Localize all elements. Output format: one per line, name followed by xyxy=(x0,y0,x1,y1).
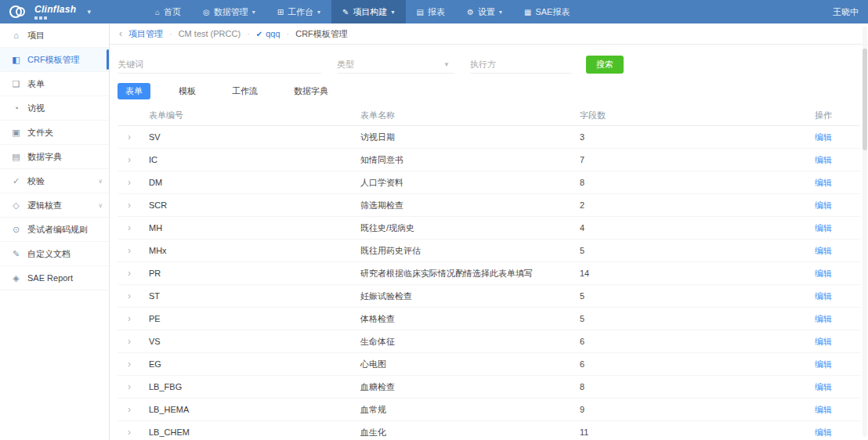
tab-工作流[interactable]: 工作流 xyxy=(224,83,266,99)
sidebar-item-label: SAE Report xyxy=(27,273,73,283)
nav-item-首页[interactable]: ⌂首页 xyxy=(144,0,192,23)
breadcrumb-separator: · xyxy=(287,29,290,38)
edit-link[interactable]: 编辑 xyxy=(807,381,860,393)
nav-item-设置[interactable]: ⚙设置▾ xyxy=(456,0,513,23)
row-expand-caret-icon[interactable]: › xyxy=(118,222,141,233)
edit-link[interactable]: 编辑 xyxy=(807,132,860,143)
type-select[interactable]: 类型 ▼ xyxy=(337,56,454,74)
nav-item-报表[interactable]: ▤报表 xyxy=(406,0,456,23)
form-code: IC xyxy=(141,155,353,164)
edit-link[interactable]: 编辑 xyxy=(807,154,860,166)
nav-item-label: 项目构建 xyxy=(353,6,388,18)
edit-link[interactable]: 编辑 xyxy=(807,404,860,416)
form-code: PR xyxy=(141,269,353,278)
breadcrumb-item-qqq[interactable]: ✔qqq xyxy=(256,29,280,38)
row-expand-caret-icon[interactable]: › xyxy=(118,245,141,256)
row-expand-caret-icon[interactable]: › xyxy=(118,290,141,301)
form-name: 既往史/现病史 xyxy=(353,222,572,234)
table-row: ›ST妊娠试验检查5编辑 xyxy=(118,285,860,308)
row-expand-caret-icon[interactable]: › xyxy=(118,336,141,347)
nav-item-label: 报表 xyxy=(428,6,445,18)
edit-link[interactable]: 编辑 xyxy=(807,427,860,438)
field-count: 5 xyxy=(572,246,807,255)
form-name: 生命体征 xyxy=(353,336,572,348)
sidebar-item-label: CRF模板管理 xyxy=(27,54,80,66)
brand-name: Clinflash xyxy=(34,4,76,15)
edit-link[interactable]: 编辑 xyxy=(807,245,860,257)
project-build-icon: ✎ xyxy=(342,8,349,16)
edit-link[interactable]: 编辑 xyxy=(807,177,860,189)
field-count: 5 xyxy=(572,314,807,323)
edit-link[interactable]: 编辑 xyxy=(807,268,860,280)
chevron-down-icon: ∨ xyxy=(98,202,103,209)
tab-模板[interactable]: 模板 xyxy=(171,83,204,99)
keyword-input[interactable] xyxy=(118,56,321,74)
user-menu[interactable]: 王晓中 xyxy=(833,6,859,18)
sidebar-item-表单[interactable]: ❏表单 xyxy=(0,72,109,96)
nav-item-label: 设置 xyxy=(478,6,495,18)
edit-link[interactable]: 编辑 xyxy=(807,336,860,348)
breadcrumb-back-icon[interactable]: ‹ xyxy=(119,28,122,39)
tabs-bar: 表单模板工作流数据字典 xyxy=(110,81,868,106)
project-icon: ⌂ xyxy=(11,31,21,40)
crf-template-icon: ◧ xyxy=(11,55,21,65)
sidebar-item-受试者编码规则[interactable]: ⊙受试者编码规则 xyxy=(0,218,109,242)
top-navbar: Clinflash ▾ ⌂首页◎数据管理▾⊞工作台▾✎项目构建▾▤报表⚙设置▾▦… xyxy=(0,0,868,23)
edit-link[interactable]: 编辑 xyxy=(807,359,860,370)
breadcrumb-item-CRF模板管理: CRF模板管理 xyxy=(295,28,348,40)
row-expand-caret-icon[interactable]: › xyxy=(118,359,141,370)
breadcrumb-label: qqq xyxy=(266,29,280,38)
form-name: 血糖检查 xyxy=(353,381,572,393)
edit-link[interactable]: 编辑 xyxy=(807,222,860,234)
sidebar-item-校验[interactable]: ✓校验∨ xyxy=(0,169,109,193)
row-expand-caret-icon[interactable]: › xyxy=(118,200,141,211)
row-expand-caret-icon[interactable]: › xyxy=(118,154,141,165)
chevron-down-icon: ▾ xyxy=(392,9,395,16)
sidebar-item-label: 数据字典 xyxy=(27,151,62,163)
tab-表单[interactable]: 表单 xyxy=(118,83,150,99)
form-code: PE xyxy=(141,314,353,323)
row-expand-caret-icon[interactable]: › xyxy=(118,381,141,392)
scrollbar-thumb[interactable] xyxy=(863,49,867,150)
breadcrumb-item-项目管理[interactable]: 项目管理 xyxy=(128,28,163,40)
sidebar-item-SAE Report[interactable]: ◈SAE Report xyxy=(0,266,109,290)
breadcrumb: ‹ 项目管理·CM test (PRCC)·✔qqq·CRF模板管理 xyxy=(110,23,868,45)
sidebar-item-数据字典[interactable]: ▤数据字典 xyxy=(0,145,109,169)
nav-item-项目构建[interactable]: ✎项目构建▾ xyxy=(331,0,405,23)
nav-item-label: 数据管理 xyxy=(214,6,248,18)
sidebar-item-逻辑核查[interactable]: ◇逻辑核查∨ xyxy=(0,193,109,218)
sidebar-item-label: 逻辑核查 xyxy=(27,200,62,211)
edit-link[interactable]: 编辑 xyxy=(807,200,860,211)
tab-数据字典[interactable]: 数据字典 xyxy=(286,83,336,99)
row-expand-caret-icon[interactable]: › xyxy=(118,427,141,438)
navbar-menu: ⌂首页◎数据管理▾⊞工作台▾✎项目构建▾▤报表⚙设置▾▦SAE报表 xyxy=(144,0,581,23)
sidebar-item-访视[interactable]: ◔访视 xyxy=(0,96,109,121)
edit-link[interactable]: 编辑 xyxy=(807,313,860,325)
table-row: ›MH既往史/现病史4编辑 xyxy=(118,217,860,240)
edit-link[interactable]: 编辑 xyxy=(807,290,860,302)
search-button[interactable]: 搜索 xyxy=(586,56,624,74)
nav-item-数据管理[interactable]: ◎数据管理▾ xyxy=(192,0,266,23)
sidebar-item-自定义文档[interactable]: ✎自定义文档 xyxy=(0,242,109,266)
row-expand-caret-icon[interactable]: › xyxy=(118,177,141,188)
chevron-down-icon: ▾ xyxy=(317,9,320,16)
row-expand-caret-icon[interactable]: › xyxy=(118,132,141,142)
sidebar-item-CRF模板管理[interactable]: ◧CRF模板管理 xyxy=(0,48,109,72)
table-row: ›LB_HEMA血常规9编辑 xyxy=(118,399,860,421)
sidebar-item-项目[interactable]: ⌂项目 xyxy=(0,23,109,48)
executor-input[interactable] xyxy=(470,56,572,74)
breadcrumb-label: CM test (PRCC) xyxy=(179,29,241,38)
nav-item-SAE报表[interactable]: ▦SAE报表 xyxy=(513,0,580,23)
field-count: 6 xyxy=(572,337,807,346)
vertical-scrollbar[interactable] xyxy=(863,27,867,437)
sidebar-item-文件夹[interactable]: ▣文件夹 xyxy=(0,121,109,145)
row-expand-caret-icon[interactable]: › xyxy=(118,404,141,415)
form-code: LB_CHEM xyxy=(141,427,353,437)
brand-chevron-down-icon[interactable]: ▾ xyxy=(87,8,91,16)
breadcrumb-separator: · xyxy=(247,29,250,38)
row-expand-caret-icon[interactable]: › xyxy=(118,268,141,279)
form-name: 既往用药史评估 xyxy=(353,245,572,257)
row-expand-caret-icon[interactable]: › xyxy=(118,313,141,324)
nav-item-工作台[interactable]: ⊞工作台▾ xyxy=(266,0,331,23)
header-form-code: 表单编号 xyxy=(141,110,353,121)
